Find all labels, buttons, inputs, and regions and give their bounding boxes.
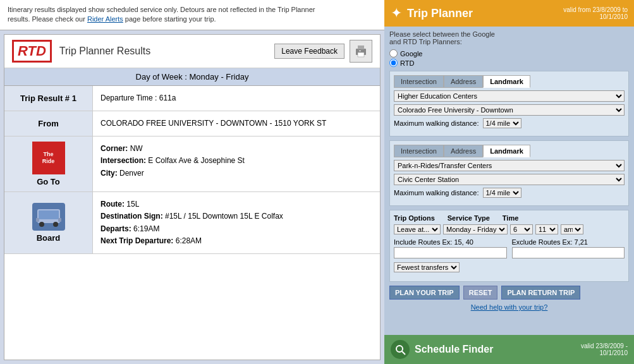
- svg-rect-1: [358, 46, 364, 49]
- plan-trip-button[interactable]: PLAN YOUR TRIP: [389, 286, 460, 300]
- help-link[interactable]: Need help with your trip?: [471, 303, 548, 311]
- results-title: Trip Planner Results: [59, 46, 274, 57]
- trip-result-label: Trip Result # 1: [4, 86, 93, 111]
- include-routes-input[interactable]: [394, 247, 507, 258]
- leave-at-select[interactable]: Leave at...: [394, 224, 441, 234]
- to-tab-intersection[interactable]: Intersection: [394, 145, 444, 157]
- google-radio[interactable]: [389, 49, 398, 58]
- google-label: Google: [400, 50, 422, 58]
- corner-label: Corner: NW: [101, 144, 143, 153]
- svg-point-10: [396, 346, 403, 352]
- bus-icon: [32, 203, 65, 231]
- to-category-select[interactable]: Park-n-Rides/Transfer Centers: [394, 160, 625, 171]
- day-of-week: Day of Week : Monday - Friday: [4, 68, 380, 86]
- time-label: Time: [503, 214, 518, 222]
- plan-return-button[interactable]: PLAN RETURN TRIP: [501, 286, 580, 300]
- svg-rect-9: [58, 218, 61, 222]
- from-address: COLORADO FREE UNIVERSITY - DOWNTOWN - 15…: [93, 111, 380, 136]
- from-category-select[interactable]: Higher Education Centers: [394, 90, 625, 102]
- reset-button[interactable]: RESET: [463, 286, 498, 300]
- from-walking-label: Maximum walking distance:: [394, 119, 479, 127]
- google-radio-row: Google: [389, 49, 629, 58]
- results-header: RTD Trip Planner Results Leave Feedback: [4, 35, 380, 68]
- minute-select[interactable]: 11: [535, 224, 558, 234]
- svg-rect-2: [358, 52, 364, 57]
- exclude-routes-label: Exclude Routes Ex: 7,21: [512, 238, 625, 246]
- from-location-select[interactable]: Colorado Free University - Downtown: [394, 104, 625, 116]
- board-row: Board Route: 15L Destination Sign: #15L …: [4, 192, 380, 254]
- hour-select[interactable]: 6: [510, 224, 533, 234]
- plan-buttons: PLAN YOUR TRIP RESET PLAN RETURN TRIP: [389, 286, 629, 300]
- help-link-container: Need help with your trip?: [389, 303, 629, 311]
- print-icon: [353, 44, 369, 59]
- notice-bar: Itinerary results displayed show schedul…: [0, 0, 384, 30]
- trip-options-label: Trip Options: [394, 214, 435, 222]
- exclude-routes-input[interactable]: [512, 247, 625, 258]
- ampm-select[interactable]: am: [561, 224, 583, 234]
- include-routes-group: Include Routes Ex: 15, 40: [394, 238, 507, 258]
- transfer-row: Fewest transfers: [394, 262, 625, 272]
- magnifier-icon: [394, 344, 406, 355]
- service-type-select[interactable]: Monday - Friday: [443, 224, 508, 234]
- include-routes-label: Include Routes Ex: 15, 40: [394, 238, 507, 246]
- left-panel: Itinerary results displayed show schedul…: [0, 0, 384, 364]
- right-panel: ✦ Trip Planner valid from 23/8/2009 to10…: [384, 0, 634, 364]
- intersection-label: Intersection: E Colfax Ave & Josephine S…: [101, 156, 245, 165]
- notice-text3: page before starting your trip.: [123, 15, 216, 23]
- trip-planner-header: ✦ Trip Planner valid from 23/8/2009 to10…: [384, 0, 634, 27]
- goto-icon-inner: TheRide: [42, 151, 55, 165]
- trip-planner-title: Trip Planner: [407, 7, 563, 20]
- trip-options-header: Trip Options Service Type Time: [394, 214, 625, 222]
- notice-text2: results. Please check our: [8, 15, 87, 23]
- service-type-label: Service Type: [448, 214, 490, 222]
- from-row: From COLORADO FREE UNIVERSITY - DOWNTOWN…: [4, 111, 380, 136]
- rtd-logo: RTD: [12, 40, 52, 63]
- trip-options-controls: Leave at... Monday - Friday 6 11 am: [394, 224, 625, 234]
- feedback-button[interactable]: Leave Feedback: [274, 44, 344, 59]
- routes-row: Include Routes Ex: 15, 40 Exclude Routes…: [394, 238, 625, 258]
- right-content: Please select between the Googleand RTD …: [384, 27, 634, 335]
- goto-row: TheRide Go To Corner: NW Intersection: E…: [4, 136, 380, 192]
- notice-text: Itinerary results displayed show schedul…: [8, 6, 315, 13]
- board-content: Route: 15L Destination Sign: #15L / 15L …: [93, 192, 380, 253]
- svg-point-6: [39, 222, 44, 227]
- goto-cell: TheRide Go To: [4, 136, 93, 191]
- from-walking-select[interactable]: 1/4 mile: [483, 118, 521, 128]
- goto-content: Corner: NW Intersection: E Colfax Ave & …: [93, 136, 380, 191]
- from-tab-landmark[interactable]: Landmark: [483, 75, 530, 88]
- board-cell: Board: [4, 192, 93, 253]
- trip-options-section: Trip Options Service Type Time Leave at.…: [389, 210, 629, 282]
- rider-alerts-link[interactable]: Rider Alerts: [87, 15, 123, 23]
- city-label: City: Denver: [101, 169, 144, 178]
- results-box: RTD Trip Planner Results Leave Feedback …: [4, 34, 381, 360]
- goto-label: Go To: [37, 177, 60, 186]
- from-walking-dist: Maximum walking distance: 1/4 mile: [394, 118, 625, 128]
- rtd-radio[interactable]: [389, 59, 398, 67]
- to-tab-landmark[interactable]: Landmark: [483, 145, 530, 157]
- svg-point-7: [53, 222, 58, 227]
- board-label: Board: [37, 233, 61, 243]
- trip-result-content: Departure Time : 611a: [93, 86, 380, 111]
- from-dropdown2-row: Colorado Free University - Downtown: [394, 104, 625, 116]
- from-label: From: [4, 111, 93, 136]
- from-dropdown1-row: Higher Education Centers: [394, 90, 625, 102]
- to-walking-label: Maximum walking distance:: [394, 189, 479, 197]
- print-button[interactable]: [350, 40, 372, 63]
- to-location-select[interactable]: Civic Center Station: [394, 174, 625, 185]
- trip-planner-valid: valid from 23/8/2009 to10/1/2010: [563, 6, 628, 20]
- from-section: Intersection Address Landmark Higher Edu…: [389, 71, 629, 136]
- to-walking-select[interactable]: 1/4 mile: [483, 188, 521, 198]
- from-tab-intersection[interactable]: Intersection: [394, 75, 444, 88]
- trip-planner-star-icon: ✦: [391, 5, 402, 21]
- svg-line-11: [402, 351, 405, 355]
- bus-svg: [36, 207, 61, 227]
- from-tab-address[interactable]: Address: [444, 75, 483, 88]
- to-tab-address[interactable]: Address: [444, 145, 483, 157]
- schedule-finder-icon: [391, 340, 410, 359]
- from-tabs: Intersection Address Landmark: [394, 75, 625, 88]
- schedule-finder-title: Schedule Finder: [415, 344, 581, 355]
- to-dropdown2-row: Civic Center Station: [394, 174, 625, 185]
- to-walking-dist: Maximum walking distance: 1/4 mile: [394, 188, 625, 198]
- select-text: Please select between the Googleand RTD …: [389, 30, 629, 46]
- transfer-select[interactable]: Fewest transfers: [394, 262, 460, 272]
